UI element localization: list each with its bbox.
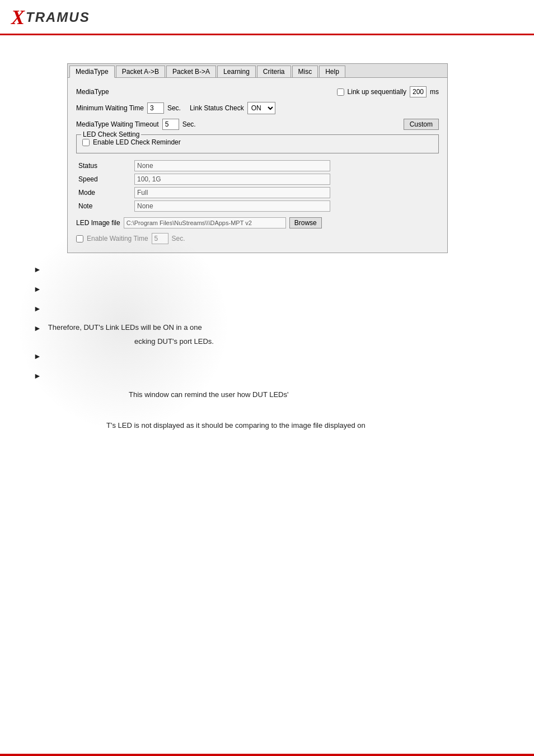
led-file-row: LED Image file Browse [76, 217, 439, 228]
browse-button[interactable]: Browse [289, 217, 322, 228]
media-type-row: MediaType Link up sequentially 200 ms [76, 86, 439, 97]
media-timeout-input[interactable] [162, 119, 179, 130]
tab-packet-ba[interactable]: Packet B->A [166, 66, 216, 77]
tab-help[interactable]: Help [319, 66, 345, 77]
tab-packet-ab[interactable]: Packet A->B [116, 66, 165, 77]
led-image-label: LED Image file [76, 219, 120, 227]
led-check-group: LED Check Setting Enable LED Check Remin… [76, 134, 439, 153]
waiting-unit: Sec. [172, 235, 185, 242]
enable-led-checkbox[interactable] [82, 139, 90, 146]
enable-waiting-row: Enable Waiting Time Sec. [76, 233, 439, 244]
status-input[interactable] [134, 160, 330, 171]
bullet-item-2: ► [34, 284, 517, 293]
waiting-time-input[interactable] [152, 233, 168, 244]
bullet-text-4: Therefore, DUT's Link LEDs will be ON in… [48, 323, 517, 332]
arrow-icon-6: ► [34, 371, 41, 380]
main-content: MediaType Packet A->B Packet B->A Learni… [0, 35, 534, 446]
link-status-label: Link Status Check [190, 104, 244, 112]
status-table: Status Speed Mode Note [76, 159, 439, 213]
logo-x: X [11, 6, 25, 29]
min-waiting-input[interactable] [147, 102, 164, 114]
paragraph-1: This window can remind the user how DUT … [129, 390, 517, 399]
panel-body: MediaType Link up sequentially 200 ms Mi… [68, 78, 447, 253]
arrow-icon-2: ► [34, 284, 41, 293]
tab-learning[interactable]: Learning [217, 66, 256, 77]
arrow-icon-3: ► [34, 304, 41, 313]
arrow-icon-5: ► [34, 352, 41, 361]
bullet-item-4: ► Therefore, DUT's Link LEDs will be ON … [34, 323, 517, 333]
dialog-panel: MediaType Packet A->B Packet B->A Learni… [67, 63, 448, 253]
arrow-icon-1: ► [34, 265, 41, 274]
note-row: Note [76, 199, 439, 213]
bullet-section: ► ► ► ► Therefore, DUT's Link LEDs will … [17, 264, 517, 380]
min-waiting-label: Minimum Waiting Time [76, 104, 144, 112]
mode-input[interactable] [134, 187, 330, 198]
speed-row: Speed [76, 172, 439, 186]
enable-waiting-checkbox[interactable] [76, 235, 83, 242]
min-waiting-unit: Sec. [167, 104, 181, 112]
link-status-select[interactable]: ON OFF [247, 102, 275, 114]
paragraph-2: T's LED is not displayed as it should be… [106, 421, 517, 430]
footer-line [0, 754, 534, 756]
media-timeout-label: MediaType Waiting Timeout [76, 120, 159, 128]
status-row: Status [76, 159, 439, 172]
link-up-value[interactable]: 200 [410, 86, 427, 97]
arrow-icon-4: ► [34, 324, 41, 333]
link-up-checkbox[interactable] [337, 88, 344, 96]
mode-row: Mode [76, 186, 439, 199]
link-up-unit: ms [430, 88, 439, 96]
logo-text: TRAMUS [26, 10, 90, 25]
note-input[interactable] [134, 200, 330, 212]
note-label: Note [78, 202, 92, 210]
enable-led-label: Enable LED Check Reminder [93, 138, 181, 146]
led-image-input[interactable] [124, 217, 286, 228]
ecking-text: ecking DUT's port LEDs. [134, 337, 517, 346]
bullet-item-5: ► [34, 351, 517, 361]
link-up-group: Link up sequentially 200 ms [337, 86, 439, 97]
mode-label: Mode [78, 189, 95, 197]
tab-bar: MediaType Packet A->B Packet B->A Learni… [68, 64, 447, 78]
bullet-item-1: ► [34, 264, 517, 274]
status-label: Status [78, 162, 97, 170]
link-up-label: Link up sequentially [348, 88, 406, 96]
media-timeout-row: MediaType Waiting Timeout Sec. Custom [76, 119, 439, 130]
min-waiting-row: Minimum Waiting Time Sec. Link Status Ch… [76, 102, 439, 114]
enable-waiting-label: Enable Waiting Time [87, 235, 148, 242]
header: X TRAMUS [0, 0, 534, 35]
bullet-item-6: ► [34, 371, 517, 380]
media-timeout-unit: Sec. [182, 120, 196, 128]
speed-input[interactable] [134, 174, 330, 185]
tab-criteria[interactable]: Criteria [257, 66, 291, 77]
bullet-item-3: ► [34, 304, 517, 313]
tab-misc[interactable]: Misc [292, 66, 318, 77]
custom-button[interactable]: Custom [404, 119, 439, 130]
media-type-group: MediaType [76, 88, 109, 96]
speed-label: Speed [78, 175, 98, 183]
enable-led-row: Enable LED Check Reminder [82, 138, 433, 146]
group-title: LED Check Setting [81, 130, 141, 138]
media-type-label: MediaType [76, 88, 109, 96]
tab-mediatype[interactable]: MediaType [69, 66, 115, 78]
